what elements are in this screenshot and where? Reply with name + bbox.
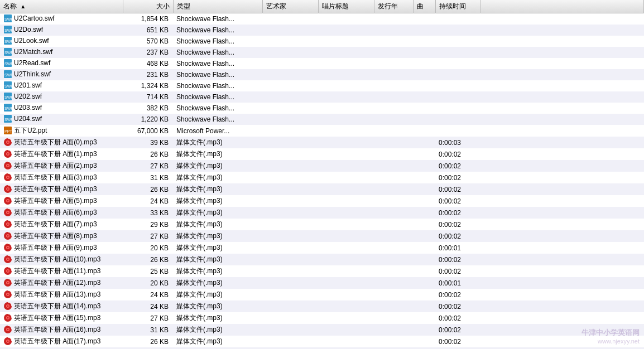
file-name-cell[interactable]: 英语五年级下册 A面(14).mp3 xyxy=(0,300,123,312)
file-track-cell xyxy=(413,172,435,183)
col-header-artist[interactable]: 艺术家 xyxy=(262,0,318,13)
file-name-cell[interactable]: 英语五年级下册 A面(1).mp3 xyxy=(0,148,123,160)
table-row[interactable]: PPT 五下U2.ppt67,000 KBMicrosoft Power... xyxy=(0,125,644,137)
table-row[interactable]: SWF U201.swf1,324 KBShockwave Flash... xyxy=(0,80,644,91)
col-header-duration[interactable]: 持续时间 xyxy=(435,0,480,13)
file-name-cell[interactable]: 英语五年级下册 A面(9).mp3 xyxy=(0,242,123,254)
col-header-size[interactable]: 大小 xyxy=(123,0,173,13)
table-row[interactable]: SWF U2Do.swf651 KBShockwave Flash... xyxy=(0,25,644,36)
file-year-cell xyxy=(374,277,413,289)
file-album-cell xyxy=(318,277,374,289)
file-extra-cell xyxy=(480,103,644,114)
file-artist-cell xyxy=(262,195,318,207)
file-name-cell[interactable]: SWF U2Match.swf xyxy=(0,47,123,58)
file-name-cell[interactable]: 英语五年级下册 A面(15).mp3 xyxy=(0,312,123,324)
file-name-cell[interactable]: 英语五年级下册 A面(8).mp3 xyxy=(0,230,123,242)
file-track-cell xyxy=(413,265,435,277)
table-row[interactable]: 英语五年级下册 A面(16).mp331 KB媒体文件(.mp3)0:00:02 xyxy=(0,324,644,336)
file-size-cell: 39 KB xyxy=(123,137,173,148)
file-name-cell[interactable]: SWF U2Think.swf xyxy=(0,69,123,80)
table-row[interactable]: SWF U2Match.swf237 KBShockwave Flash... xyxy=(0,47,644,58)
file-name-cell[interactable]: 英语五年级下册 A面(17).mp3 xyxy=(0,336,123,347)
file-name-cell[interactable]: 英语五年级下册 A面(13).mp3 xyxy=(0,289,123,300)
file-extra-cell xyxy=(480,289,644,300)
file-artist-cell xyxy=(262,25,318,36)
table-row[interactable]: 英语五年级下册 A面(3).mp331 KB媒体文件(.mp3)0:00:02 xyxy=(0,172,644,183)
table-row[interactable]: SWF U2Cartoo.swf1,854 KBShockwave Flash.… xyxy=(0,13,644,25)
file-album-cell xyxy=(318,103,374,114)
file-name-cell[interactable]: 英语五年级下册 A面(7).mp3 xyxy=(0,219,123,230)
table-row[interactable]: SWF U2Look.swf570 KBShockwave Flash... xyxy=(0,36,644,47)
file-name-cell[interactable]: SWF U203.swf xyxy=(0,103,123,114)
file-name-cell[interactable]: SWF U2Look.swf xyxy=(0,36,123,47)
file-name-text: U2Look.swf xyxy=(14,37,49,45)
file-name-cell[interactable]: 英语五年级下册 A面(3).mp3 xyxy=(0,172,123,183)
file-name-cell[interactable]: SWF U2Do.swf xyxy=(0,25,123,36)
file-name-cell[interactable]: 英语五年级下册 A面(0).mp3 xyxy=(0,137,123,148)
table-row[interactable]: SWF U204.swf1,220 KBShockwave Flash... xyxy=(0,114,644,125)
table-row[interactable]: 英语五年级下册 A面(1).mp326 KB媒体文件(.mp3)0:00:02 xyxy=(0,148,644,160)
file-extra-cell xyxy=(480,312,644,324)
file-name-cell[interactable]: 英语五年级下册 A面(4).mp3 xyxy=(0,183,123,195)
col-header-album[interactable]: 唱片标题 xyxy=(318,0,374,13)
table-row[interactable]: 英语五年级下册 A面(11).mp325 KB媒体文件(.mp3)0:00:02 xyxy=(0,265,644,277)
svg-point-48 xyxy=(7,235,9,236)
col-header-name[interactable]: 名称 ▲ xyxy=(0,0,123,13)
table-row[interactable]: SWF U203.swf382 KBShockwave Flash... xyxy=(0,103,644,114)
table-row[interactable]: 英语五年级下册 A面(12).mp320 KB媒体文件(.mp3)0:00:01 xyxy=(0,277,644,289)
mp3-icon xyxy=(3,220,12,229)
table-row[interactable]: 英语五年级下册 A面(7).mp329 KB媒体文件(.mp3)0:00:02 xyxy=(0,219,644,230)
table-row[interactable]: 英语五年级下册 A面(5).mp324 KB媒体文件(.mp3)0:00:02 xyxy=(0,195,644,207)
swf-icon: SWF xyxy=(3,14,12,23)
table-row[interactable]: 英语五年级下册 A面(8).mp327 KB媒体文件(.mp3)0:00:02 xyxy=(0,230,644,242)
file-type-cell: Shockwave Flash... xyxy=(173,58,262,69)
file-name-cell[interactable]: 英语五年级下册 A面(12).mp3 xyxy=(0,277,123,289)
file-name-cell[interactable]: 英语五年级下册 A面(2).mp3 xyxy=(0,160,123,172)
file-size-cell: 20 KB xyxy=(123,242,173,254)
file-name-cell[interactable]: 英语五年级下册 A面(6).mp3 xyxy=(0,207,123,219)
table-row[interactable]: SWF U2Read.swf468 KBShockwave Flash... xyxy=(0,58,644,69)
table-row[interactable]: 英语五年级下册 A面(2).mp327 KB媒体文件(.mp3)0:00:02 xyxy=(0,160,644,172)
file-name-cell[interactable]: SWF U204.swf xyxy=(0,114,123,125)
col-header-year[interactable]: 发行年 xyxy=(374,0,413,13)
col-header-track[interactable]: 曲 xyxy=(413,0,435,13)
file-name-cell[interactable]: 英语五年级下册 A面(10).mp3 xyxy=(0,254,123,265)
mp3-icon xyxy=(3,278,12,287)
file-name-cell[interactable]: SWF U2Read.swf xyxy=(0,58,123,69)
table-row[interactable]: 英语五年级下册 A面(13).mp324 KB媒体文件(.mp3)0:00:02 xyxy=(0,289,644,300)
table-row[interactable]: SWF U202.swf714 KBShockwave Flash... xyxy=(0,91,644,103)
table-row[interactable]: 英语五年级下册 A面(4).mp326 KB媒体文件(.mp3)0:00:02 xyxy=(0,183,644,195)
file-artist-cell xyxy=(262,289,318,300)
table-row[interactable]: SWF U2Think.swf231 KBShockwave Flash... xyxy=(0,69,644,80)
file-duration-cell: 0:00:02 xyxy=(435,312,480,324)
file-artist-cell xyxy=(262,265,318,277)
col-header-type[interactable]: 类型 xyxy=(173,0,262,13)
swf-icon: SWF xyxy=(3,103,12,112)
file-artist-cell xyxy=(262,69,318,80)
file-artist-cell xyxy=(262,219,318,230)
table-row[interactable]: 英语五年级下册 A面(9).mp320 KB媒体文件(.mp3)0:00:01 xyxy=(0,242,644,254)
table-row[interactable]: 英语五年级下册 A面(0).mp339 KB媒体文件(.mp3)0:00:03 xyxy=(0,137,644,148)
table-header-row: 名称 ▲ 大小 类型 艺术家 唱片标题 xyxy=(0,0,644,13)
table-row[interactable]: 英语五年级下册 A面(17).mp326 KB媒体文件(.mp3)0:00:02 xyxy=(0,336,644,347)
file-name-cell[interactable]: 英语五年级下册 A面(11).mp3 xyxy=(0,265,123,277)
file-name-cell[interactable]: 英语五年级下册 A面(16).mp3 xyxy=(0,324,123,336)
file-name-cell[interactable]: SWF U2Cartoo.swf xyxy=(0,13,123,25)
file-duration-cell xyxy=(435,36,480,47)
file-track-cell xyxy=(413,230,435,242)
file-extra-cell xyxy=(480,47,644,58)
file-name-cell[interactable]: SWF U201.swf xyxy=(0,80,123,91)
file-name-cell[interactable]: PPT 五下U2.ppt xyxy=(0,125,123,137)
file-name-cell[interactable]: 英语五年级下册 A面(5).mp3 xyxy=(0,195,123,207)
file-list-container[interactable]: 名称 ▲ 大小 类型 艺术家 唱片标题 xyxy=(0,0,644,349)
file-name-text: 英语五年级下册 A面(4).mp3 xyxy=(14,185,97,193)
table-row[interactable]: 英语五年级下册 A面(14).mp324 KB媒体文件(.mp3)0:00:02 xyxy=(0,300,644,312)
file-duration-cell: 0:00:02 xyxy=(435,160,480,172)
table-row[interactable]: 英语五年级下册 A面(10).mp326 KB媒体文件(.mp3)0:00:02 xyxy=(0,254,644,265)
file-album-cell xyxy=(318,289,374,300)
table-row[interactable]: 英语五年级下册 A面(15).mp327 KB媒体文件(.mp3)0:00:02 xyxy=(0,312,644,324)
file-artist-cell xyxy=(262,336,318,347)
file-name-cell[interactable]: SWF U202.swf xyxy=(0,91,123,103)
mp3-icon xyxy=(3,161,12,170)
table-row[interactable]: 英语五年级下册 A面(6).mp333 KB媒体文件(.mp3)0:00:02 xyxy=(0,207,644,219)
